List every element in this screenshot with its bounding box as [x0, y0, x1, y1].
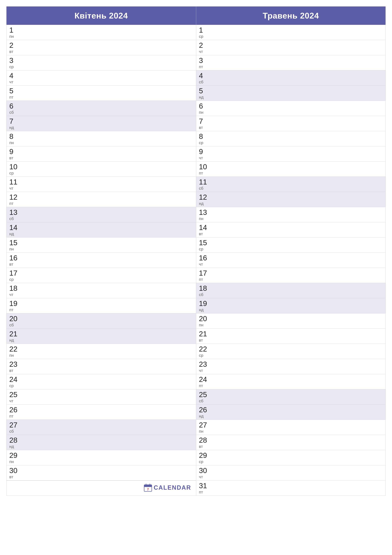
- day-number-col: 23вт: [7, 359, 22, 374]
- april-day-row: 29пн: [7, 450, 196, 465]
- day-number-col: 25чт: [7, 389, 22, 404]
- day-number-col: 11сб: [196, 177, 212, 192]
- day-number: 6: [9, 102, 14, 110]
- may-day-row: 20пн: [196, 314, 386, 329]
- april-day-row: 27сб: [7, 420, 196, 435]
- day-number-col: 29пн: [7, 450, 22, 465]
- day-name: сб: [9, 323, 14, 328]
- day-number: 18: [199, 285, 207, 292]
- day-name: ср: [9, 64, 14, 69]
- day-content: [22, 374, 196, 389]
- day-number: 28: [9, 437, 17, 444]
- day-name: пн: [9, 459, 14, 464]
- day-name: чт: [199, 475, 203, 479]
- day-name: пн: [199, 323, 203, 328]
- day-number-col: 26нд: [196, 405, 212, 420]
- may-header: Травень 2024: [196, 7, 386, 25]
- day-number: 12: [9, 193, 17, 201]
- april-day-row: 26пт: [7, 405, 196, 420]
- day-name: пн: [199, 110, 203, 115]
- day-name: ср: [199, 140, 203, 145]
- day-number-col: 10пт: [196, 161, 212, 176]
- day-content: [22, 344, 196, 359]
- day-number: 27: [199, 421, 207, 429]
- day-number-col: 5пт: [7, 86, 22, 101]
- day-number: 23: [199, 361, 207, 368]
- april-day-row: 11чт: [7, 177, 196, 192]
- day-name: вт: [199, 444, 203, 449]
- day-number-col: 3ср: [7, 55, 22, 70]
- day-content: [22, 450, 196, 465]
- day-content: [212, 420, 386, 435]
- day-content: [22, 40, 196, 55]
- day-number: 21: [9, 330, 17, 337]
- day-number: 4: [9, 72, 14, 79]
- day-content: [212, 314, 386, 329]
- day-content: [212, 481, 386, 496]
- day-number-col: 7вт: [196, 116, 212, 131]
- day-number: 2: [199, 42, 203, 49]
- day-name: чт: [9, 80, 13, 85]
- day-content: [22, 329, 196, 344]
- day-number-col: 25сб: [196, 389, 212, 404]
- day-content: [22, 146, 196, 161]
- day-content: [212, 55, 386, 70]
- day-content: [212, 177, 386, 192]
- day-number: 5: [9, 87, 14, 95]
- day-number: 3: [9, 57, 14, 64]
- day-content: [212, 86, 386, 101]
- day-number-col: 18сб: [196, 283, 212, 298]
- day-number-col: 8ср: [196, 131, 212, 146]
- day-number-col: 10ср: [7, 161, 22, 176]
- day-name: вт: [9, 475, 13, 479]
- april-day-row: 12пт: [7, 192, 196, 207]
- april-day-row: 18чт: [7, 283, 196, 298]
- day-name: сб: [199, 399, 203, 403]
- day-name: нд: [199, 307, 204, 312]
- day-content: [22, 222, 196, 237]
- day-number: 29: [9, 452, 17, 459]
- day-name: сб: [199, 292, 203, 297]
- day-content: [212, 405, 386, 420]
- day-number-col: 30вт: [7, 465, 22, 480]
- day-name: вт: [199, 338, 203, 343]
- day-number-col: 30чт: [196, 465, 212, 480]
- april-day-row: 3ср: [7, 55, 196, 70]
- day-content: [22, 359, 196, 374]
- day-name: пт: [9, 307, 14, 312]
- day-number: 14: [199, 224, 207, 231]
- may-day-row: 8ср: [196, 131, 386, 146]
- day-name: ср: [9, 171, 14, 175]
- day-name: пн: [9, 247, 14, 252]
- day-name: вт: [9, 49, 13, 54]
- may-day-row: 14вт: [196, 222, 386, 237]
- may-column: Травень 20241ср2чт3пт4сб5нд6пн7вт8ср9чт1…: [196, 7, 386, 496]
- day-name: ср: [199, 34, 203, 39]
- day-number-col: 19пт: [7, 298, 22, 313]
- day-content: [22, 70, 196, 85]
- may-day-row: 28вт: [196, 435, 386, 450]
- day-name: сб: [9, 216, 14, 221]
- day-number-col: 4сб: [196, 70, 212, 85]
- day-content: [212, 298, 386, 313]
- april-day-row: 10ср: [7, 161, 196, 177]
- day-number: 2: [9, 42, 14, 49]
- april-day-row: 13сб: [7, 207, 196, 222]
- day-number: 16: [199, 254, 207, 262]
- day-name: нд: [199, 95, 204, 100]
- day-number: 24: [9, 376, 17, 383]
- may-day-row: 5нд: [196, 86, 386, 101]
- day-number: 7: [199, 117, 203, 125]
- may-day-row: 10пт: [196, 161, 386, 177]
- day-name: пн: [199, 429, 203, 434]
- day-number: 13: [199, 209, 207, 216]
- day-number: 8: [9, 133, 14, 140]
- day-number-col: 14нд: [7, 222, 22, 237]
- day-content: [22, 116, 196, 131]
- day-content: [22, 389, 196, 404]
- may-day-row: 3пт: [196, 55, 386, 70]
- day-name: ср: [199, 247, 203, 252]
- day-number-col: 2чт: [196, 40, 212, 55]
- day-content: [212, 192, 386, 207]
- day-number-col: 28нд: [7, 435, 22, 450]
